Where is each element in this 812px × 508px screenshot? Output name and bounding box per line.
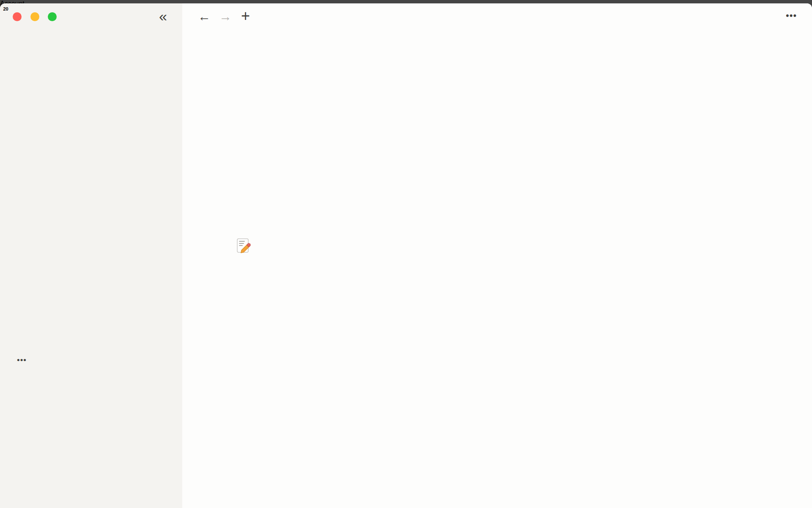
close-window-button[interactable] <box>13 12 22 21</box>
back-icon[interactable]: ← <box>198 10 211 23</box>
new-tab-icon[interactable]: + <box>241 8 250 24</box>
background-canvas <box>182 3 812 508</box>
page-memo-icon <box>235 237 252 256</box>
window-more-icon[interactable]: ••• <box>786 11 797 20</box>
app-window: « ← → + ••• ACME Shared ••• 20 <box>0 3 812 508</box>
background-sidebar <box>0 3 182 508</box>
forward-icon[interactable]: → <box>219 10 232 23</box>
sidebar-more-icon[interactable]: ••• <box>17 356 27 364</box>
zoom-window-button[interactable] <box>48 12 57 21</box>
calendar-day: 20 <box>0 6 11 11</box>
minimize-window-button[interactable] <box>30 12 39 21</box>
sidebar-collapse-icon[interactable]: « <box>159 9 167 23</box>
